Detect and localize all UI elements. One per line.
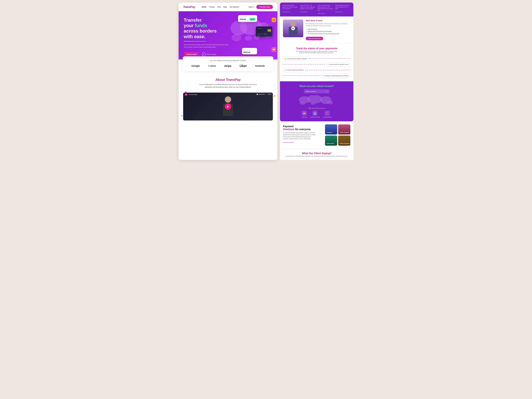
method-transpay-balance: 💜 Transpay balance xyxy=(323,111,332,118)
location-select-value: Select a location xyxy=(306,91,316,92)
track-row-3: 📊 Track the status each payment xyxy=(283,68,350,72)
navbar: TransPay Home Pricing FAQ Blog Our featu… xyxy=(179,3,277,11)
snippet-4: Vulputate adipiscing ultrices vitae comm… xyxy=(335,5,351,14)
partner-airbnb: ✦ airbnb xyxy=(208,65,216,67)
clients-location-section: Where are your clients located? Select a… xyxy=(280,81,353,121)
svg-point-3 xyxy=(232,34,241,41)
about-description: we are dedicated to providing seamless a… xyxy=(198,83,258,89)
credit-card-icon: 💳 xyxy=(302,111,307,116)
about-heading-brand: TransPay xyxy=(226,78,241,82)
world-map-purple xyxy=(283,95,350,105)
share-button[interactable]: ↗ Share xyxy=(266,94,271,95)
transfer-now-button[interactable]: Transfer Now xyxy=(256,5,273,9)
dot-yellow-decoration xyxy=(274,95,275,97)
clients-heading: Where are your clients located? xyxy=(283,85,350,88)
hero-underline xyxy=(184,41,206,42)
hero-visual: Enter amount $700.00 Send Credit Card ••… xyxy=(224,11,277,59)
open-account-button[interactable]: Open Account Now xyxy=(306,37,323,40)
find-more-link[interactable]: Find more solution > xyxy=(283,142,294,143)
solutions-highlight: Solutions xyxy=(283,128,294,131)
solutions-grid: Freelancer Online Shopping xyxy=(325,124,350,146)
hero-line4: with ease. xyxy=(184,34,205,39)
income-card: Total income $245.00 xyxy=(242,48,257,54)
hero-section: Transfer your funds across borders with … xyxy=(179,11,277,59)
node-text-1: Keep track of your payment requests xyxy=(287,58,307,59)
send-input[interactable]: $700.00 xyxy=(240,18,249,20)
how-it-works-button[interactable]: ▶ How it works xyxy=(202,52,216,56)
svg-point-4 xyxy=(245,36,252,41)
float-icon-orange: 🗂 xyxy=(272,18,276,22)
learn-more-4[interactable]: Learn more > xyxy=(335,11,343,13)
method-label-1: Credit card xyxy=(301,117,307,118)
track-subtitle: Stay informed: Easily track the status o… xyxy=(295,51,338,53)
cc-number: •••• •••• 1234 xyxy=(257,33,271,35)
about-section: About TransPay we are dedicated to provi… xyxy=(179,71,277,125)
video-container[interactable]: YouTube Player 🕐 Watch later ↗ Share xyxy=(183,93,273,120)
video-label: YouTube Player xyxy=(189,94,197,95)
solutions-heading: PaymentSolutions for everyone. xyxy=(283,125,323,131)
solutions-left: PaymentSolutions for everyone. Our payme… xyxy=(283,124,323,146)
snippet-1: Eu litora blandit porttitor blandit. Nam… xyxy=(282,5,298,14)
play-button-big[interactable]: ▶ xyxy=(225,103,231,110)
signin-button[interactable]: Sign In xyxy=(248,6,254,8)
nav-home[interactable]: Home xyxy=(202,6,206,8)
learn-more-3[interactable]: Learn more > xyxy=(318,13,325,14)
payment-methods: 💳 Credit card 🏦 Local bank transfer 💜 Tr… xyxy=(283,111,350,118)
testimonials-section: What Our Client Saying? Real Stories fro… xyxy=(280,149,353,160)
solution-sellers: Online Sellers xyxy=(325,136,337,146)
track-flow-visual: 🔔 Keep track of your payment requests 📧 … xyxy=(283,57,350,78)
nav-faq[interactable]: FAQ xyxy=(217,6,221,8)
hero-funds: funds xyxy=(195,23,207,28)
solution-affiliate-label: Affiliate Marketing xyxy=(340,143,350,144)
learn-more-2[interactable]: Learn more > xyxy=(300,11,308,13)
nav-pricing[interactable]: Pricing xyxy=(209,6,214,8)
how-it-works-content: How does it work Revolutionizing money t… xyxy=(306,19,350,40)
svg-point-11 xyxy=(311,102,315,105)
track-row-1: 🔔 Keep track of your payment requests xyxy=(283,57,350,61)
chevron-down-icon: ▾ xyxy=(327,91,328,92)
location-select-dropdown[interactable]: Select a location ▾ xyxy=(304,89,329,93)
partner-facebook: facebook xyxy=(255,65,265,67)
income-label: Total income xyxy=(243,50,250,51)
nav-blog[interactable]: Blog xyxy=(223,6,227,8)
solution-shopping-label: Online Shopping xyxy=(340,132,349,133)
snippet-text-3: Donec mils materisuada ipsum dolor quis,… xyxy=(318,5,333,11)
video-actions: 🕐 Watch later ↗ Share xyxy=(256,94,271,95)
about-heading: About TransPay xyxy=(183,78,273,82)
send-button[interactable]: Send xyxy=(249,18,255,21)
how-it-works-section: ▶ How does it work Revolutionizing money… xyxy=(280,16,353,43)
track-node-3: 📊 Track the status each payment xyxy=(283,68,305,72)
track-node-1: 🔔 Keep track of your payment requests xyxy=(283,57,309,61)
solutions-layout: PaymentSolutions for everyone. Our payme… xyxy=(283,124,350,146)
cc-label: Credit Card xyxy=(257,28,271,29)
about-heading-pre: About xyxy=(215,78,226,82)
logo[interactable]: TransPay xyxy=(183,5,195,9)
right-top-snippets: Eu litora blandit porttitor blandit. Nam… xyxy=(280,3,353,16)
node-text-2: Send reminders to get paid on time xyxy=(330,63,348,65)
explore-more-button[interactable]: Explore More xyxy=(184,52,200,57)
check-item-2: ✓Receive & Send Payments from worldwide xyxy=(306,31,350,32)
track-heading: Track the status of your payments xyxy=(283,47,350,50)
check-icon-2: ✓ xyxy=(306,31,307,32)
how-btn-label: How it works xyxy=(207,53,216,55)
snippet-2: Nullam dui ut arcu. Arcu vulputate in mo… xyxy=(300,5,316,14)
how-play-icon[interactable]: ▶ xyxy=(291,26,295,30)
nav-features[interactable]: Our features xyxy=(230,6,239,8)
method-credit-card: 💳 Credit card xyxy=(301,111,307,118)
watch-later-button[interactable]: 🕐 Watch later xyxy=(256,94,265,95)
partner-uber: Uber xyxy=(240,64,247,68)
how-checks-list: ✓Sign Up Account ✓Receive & Send Payment… xyxy=(306,28,350,35)
check-item-1: ✓Sign Up Account xyxy=(306,28,350,30)
method-bank-transfer: 🏦 Local bank transfer xyxy=(310,111,320,118)
snippet-text-2: Nullam dui ut arcu. Arcu vulputate in mo… xyxy=(300,5,316,10)
transpay-icon: 💜 xyxy=(325,111,330,116)
node-icon-2: 📧 xyxy=(327,63,329,65)
partners-title: Over 2k+ software businesses growing wit… xyxy=(187,60,269,61)
solution-sellers-label: Online Sellers xyxy=(327,143,334,144)
partners-logos: Google ✦ airbnb stripe Uber facebook xyxy=(187,64,269,68)
track-payments-section: Track the status of your payments Stay i… xyxy=(280,43,353,81)
video-wrapper: YouTube Player 🕐 Watch later ↗ Share xyxy=(183,93,273,120)
partner-google: Google xyxy=(191,64,200,67)
dot-green-decoration xyxy=(181,115,183,117)
learn-more-1[interactable]: Learn more > xyxy=(282,11,290,13)
